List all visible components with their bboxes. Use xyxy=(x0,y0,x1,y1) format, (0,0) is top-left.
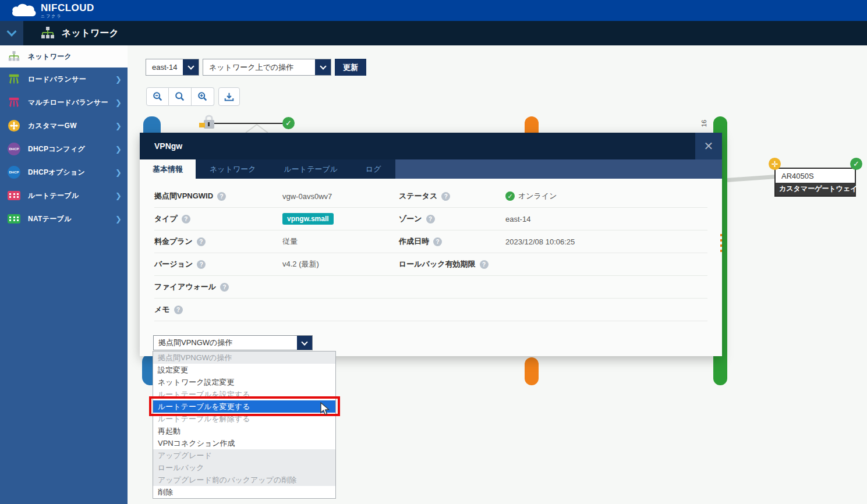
chevron-right-icon: ❯ xyxy=(115,75,122,84)
load-balancer-icon xyxy=(7,72,21,86)
help-icon[interactable]: ? xyxy=(174,306,183,314)
field-value: vgw-0avs0wv7 xyxy=(282,192,399,201)
menu-item-delete-pre-upgrade-backup: アップグレード前のバックアップの削除 xyxy=(153,474,335,486)
help-icon[interactable]: ? xyxy=(426,215,435,223)
nav-collapse-button[interactable] xyxy=(0,21,23,45)
close-button[interactable]: ✕ xyxy=(695,133,722,159)
vpngw-action-select-value: 拠点間VPNGWの操作 xyxy=(154,336,297,350)
network-icon xyxy=(7,49,21,63)
sidebar-item-label: マルチロードバランサー xyxy=(28,98,115,108)
chevron-right-icon: ❯ xyxy=(115,145,122,154)
help-icon[interactable]: ? xyxy=(217,192,226,201)
sidebar-item-route-table[interactable]: ルートテーブル ❯ xyxy=(0,184,128,207)
zoom-in-button[interactable] xyxy=(192,87,214,106)
sidebar: ネットワーク ロードバランサー ❯ マルチロードバランサー ❯ xyxy=(0,45,128,504)
field-row: 拠点間VPNGWID? vgw-0avs0wv7 ステータス? ✓オンライン xyxy=(154,185,707,208)
field-label: バージョン? xyxy=(154,259,282,269)
chevron-down-icon xyxy=(187,63,194,69)
brand: NIFCLOUD ニフクラ xyxy=(41,3,94,18)
sidebar-item-label: DHCPコンフィグ xyxy=(28,144,115,154)
chevron-right-icon: ❯ xyxy=(115,122,122,130)
status-value: ✓オンライン xyxy=(505,191,707,201)
field-row: メモ? xyxy=(154,299,707,321)
field-label: 作成日時? xyxy=(399,236,505,247)
firewall-lock-icon[interactable] xyxy=(198,114,218,133)
field-label: ゾーン? xyxy=(399,214,505,224)
menu-item-change-route-table[interactable]: ルートテーブルを変更する xyxy=(153,400,335,413)
help-icon[interactable]: ? xyxy=(433,237,442,246)
vpngw-action-select[interactable]: 拠点間VPNGWの操作 xyxy=(153,335,313,350)
type-badge: vpngw.small xyxy=(282,213,334,225)
segment-label: 16 xyxy=(700,120,707,127)
field-label: ロールバック有効期限? xyxy=(399,259,505,269)
tab-route-table[interactable]: ルートテーブル xyxy=(270,159,352,179)
check-icon: ✓ xyxy=(505,191,515,201)
modal-tabs: 基本情報 ネットワーク ルートテーブル ログ xyxy=(140,159,722,179)
sidebar-item-multi-load-balancer[interactable]: マルチロードバランサー ❯ xyxy=(0,91,128,114)
sidebar-item-customer-gw[interactable]: カスタマーGW ❯ xyxy=(0,114,128,137)
modal-body: 拠点間VPNGWID? vgw-0avs0wv7 ステータス? ✓オンライン タ… xyxy=(140,179,722,321)
zoom-reset-button[interactable] xyxy=(169,87,192,106)
sidebar-item-network[interactable]: ネットワーク xyxy=(0,45,128,68)
menu-item: 拠点間VPNGWの操作 xyxy=(153,352,335,364)
network-icon xyxy=(41,26,55,40)
chevron-down-icon xyxy=(7,27,17,37)
sidebar-item-label: DHCPオプション xyxy=(28,168,115,178)
top-app-bar: NIFCLOUD ニフクラ xyxy=(0,0,867,21)
help-icon[interactable]: ? xyxy=(441,192,450,201)
menu-item-create-vpn-connection[interactable]: VPNコネクション作成 xyxy=(153,437,335,449)
network-segment-orange-bottom[interactable] xyxy=(525,357,539,385)
field-label: ファイアウォール? xyxy=(154,282,282,292)
connector-line-gray xyxy=(727,175,776,182)
dropdown-arrow-button xyxy=(183,59,199,75)
help-icon[interactable]: ? xyxy=(220,283,229,292)
zone-select[interactable]: east-14 xyxy=(146,59,199,76)
help-icon[interactable]: ? xyxy=(197,237,206,246)
help-icon[interactable]: ? xyxy=(182,215,190,223)
modal-title: VPNgw xyxy=(154,141,695,151)
refresh-button[interactable]: 更新 xyxy=(335,59,366,76)
download-button[interactable] xyxy=(218,87,240,106)
sidebar-item-dhcp-option[interactable]: DHCP DHCPオプション ❯ xyxy=(0,161,128,184)
help-icon[interactable]: ? xyxy=(480,260,489,269)
gateway-type-label: カスタマーゲートウェイ xyxy=(776,183,855,196)
tab-log[interactable]: ログ xyxy=(352,159,395,179)
zoom-out-icon xyxy=(153,91,163,102)
menu-item-delete[interactable]: 削除 xyxy=(153,486,335,498)
customer-gateway-card[interactable]: AR4050S カスタマーゲートウェイ xyxy=(774,168,856,197)
chevron-right-icon: ❯ xyxy=(115,98,122,107)
sidebar-item-load-balancer[interactable]: ロードバランサー ❯ xyxy=(0,68,128,91)
sidebar-item-dhcp-config[interactable]: DHCP DHCPコンフィグ ❯ xyxy=(0,137,128,161)
multi-load-balancer-icon xyxy=(7,95,21,109)
field-row: タイプ? vpngw.small ゾーン? east-14 xyxy=(154,208,707,230)
menu-item-restart[interactable]: 再起動 xyxy=(153,425,335,437)
check-icon: ✓ xyxy=(850,158,862,170)
network-action-select[interactable]: ネットワーク上での操作 xyxy=(203,59,331,76)
field-value: vpngw.small xyxy=(282,213,399,225)
dropdown-arrow-button xyxy=(315,59,331,75)
check-icon: ✓ xyxy=(282,117,295,129)
vpngw-modal: VPNgw ✕ 基本情報 ネットワーク ルートテーブル ログ 拠点間VPNGWI… xyxy=(140,133,722,356)
field-label: 拠点間VPNGWID? xyxy=(154,191,282,201)
menu-item-rollback: ロールバック xyxy=(153,462,335,474)
cross-arrows-icon[interactable]: ✛ xyxy=(769,158,781,170)
dhcp-option-icon: DHCP xyxy=(7,165,21,179)
download-icon xyxy=(224,92,234,102)
field-row: ファイアウォール? xyxy=(154,276,707,299)
customer-gateway-icon xyxy=(7,119,21,133)
help-icon[interactable]: ? xyxy=(197,260,206,269)
sidebar-item-nat-table[interactable]: NATテーブル ❯ xyxy=(0,207,128,230)
dhcp-config-icon: DHCP xyxy=(7,142,21,156)
field-label: タイプ? xyxy=(154,214,282,224)
zoom-out-button[interactable] xyxy=(146,87,169,106)
field-value: v4.2 (最新) xyxy=(282,259,399,269)
service-nav-bar: ネットワーク xyxy=(0,21,867,45)
menu-item-network-settings-change[interactable]: ネットワーク設定変更 xyxy=(153,376,335,388)
field-label: ステータス? xyxy=(399,191,505,201)
tab-network[interactable]: ネットワーク xyxy=(196,159,270,179)
tab-basic-info[interactable]: 基本情報 xyxy=(140,159,196,179)
zoom-reset-icon xyxy=(175,91,185,102)
menu-item-settings-change[interactable]: 設定変更 xyxy=(153,364,335,376)
gateway-name: AR4050S xyxy=(776,169,855,183)
zone-select-value: east-14 xyxy=(146,59,183,75)
